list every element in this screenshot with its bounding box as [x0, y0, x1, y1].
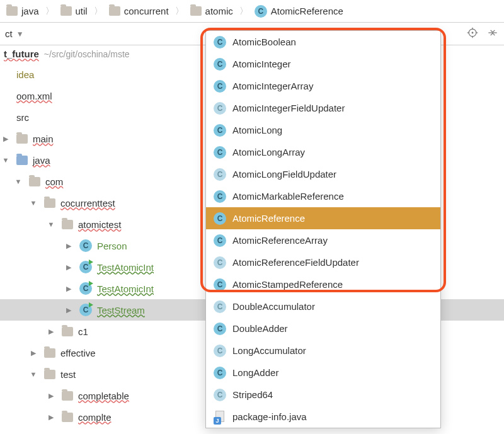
breadcrumb-label: util [76, 6, 88, 16]
class-icon: C [214, 58, 226, 71]
breadcrumb-label: AtomicReference [271, 6, 343, 16]
expand-arrow-icon[interactable] [45, 413, 57, 421]
expand-arrow-icon[interactable] [63, 242, 74, 250]
class-icon: C [255, 5, 267, 18]
dropdown-item-label: AtomicReference [232, 213, 305, 224]
dropdown-item[interactable]: CAtomicMarkableReference [206, 185, 440, 207]
class-icon: C [214, 124, 226, 137]
folder-icon [62, 220, 73, 229]
dropdown-item-label: DoubleAdder [232, 323, 288, 334]
dropdown-item[interactable]: CDoubleAccumulator [206, 295, 440, 317]
svg-point-5 [472, 32, 473, 33]
tree-label: atomictest [78, 219, 121, 230]
tree-label: oom.xml [16, 91, 52, 101]
tree-label: cocurrenttest [60, 198, 115, 208]
folder-icon [44, 198, 55, 208]
dropdown-item-label: AtomicLongFieldUpdater [232, 169, 336, 180]
dropdown-item-label: package-info.java [232, 411, 307, 422]
tree-label: completable [78, 391, 129, 401]
tree-label: c1 [78, 326, 88, 337]
folder-icon [109, 6, 120, 16]
collapse-arrow-icon[interactable] [28, 370, 39, 378]
dropdown-item-label: DoubleAccumulator [232, 301, 315, 312]
tree-label: Person [97, 241, 127, 251]
folder-icon [62, 327, 73, 336]
expand-arrow-icon[interactable] [63, 285, 74, 293]
dropdown-item-label: AtomicLongArray [232, 147, 305, 157]
folder-icon [6, 6, 18, 16]
dropdown-item[interactable]: Jpackage-info.java [206, 406, 440, 428]
tree-label: TestStream [97, 305, 145, 316]
locate-icon[interactable] [466, 26, 479, 41]
chevron-right-icon: 〉 [93, 6, 104, 17]
collapse-arrow-icon[interactable] [13, 178, 24, 185]
dropdown-item[interactable]: CAtomicIntegerArray [206, 75, 440, 97]
dropdown-item[interactable]: CAtomicReference [206, 207, 440, 229]
collapse-arrow-icon[interactable] [0, 156, 11, 164]
dropdown-item[interactable]: CAtomicLong [206, 119, 440, 141]
tree-label: java [33, 155, 50, 166]
dropdown-item[interactable]: CAtomicIntegerFieldUpdater [206, 97, 440, 119]
view-selector-label: ct [5, 28, 13, 39]
dropdown-item-label: Striped64 [232, 389, 273, 400]
dropdown-item-label: LongAccumulator [232, 345, 306, 356]
expand-arrow-icon[interactable] [63, 306, 74, 314]
folder-icon [16, 156, 28, 165]
project-root-name: t_future [4, 49, 39, 59]
breadcrumb-item-java[interactable]: java [3, 4, 43, 18]
folder-icon [44, 370, 55, 379]
folder-icon [60, 6, 72, 16]
dropdown-item[interactable]: CAtomicInteger [206, 53, 440, 75]
breadcrumb-item-class[interactable]: C AtomicReference [251, 4, 347, 19]
breadcrumb-item-atomic[interactable]: atomic [186, 4, 237, 18]
folder-icon [62, 391, 73, 401]
dropdown-item[interactable]: CAtomicReferenceArray [206, 229, 440, 251]
dropdown-item[interactable]: CStriped64 [206, 384, 440, 406]
dropdown-item[interactable]: CAtomicLongArray [206, 141, 440, 163]
folder-icon [16, 134, 28, 144]
chevron-right-icon: 〉 [238, 6, 249, 17]
breadcrumb-item-util[interactable]: util [57, 4, 91, 18]
tree-label: test [60, 369, 76, 380]
class-icon: C [79, 239, 92, 252]
breadcrumb: java 〉 util 〉 concurrent 〉 atomic 〉 C At… [0, 0, 504, 23]
dropdown-item[interactable]: CAtomicStampedReference [206, 273, 440, 295]
class-icon: C [214, 146, 226, 159]
expand-arrow-icon[interactable] [28, 349, 39, 357]
dropdown-item[interactable]: CLongAccumulator [206, 340, 440, 362]
dropdown-item[interactable]: CAtomicReferenceFieldUpdater [206, 251, 440, 273]
dropdown-item[interactable]: CAtomicLongFieldUpdater [206, 163, 440, 185]
collapse-arrow-icon[interactable] [28, 199, 39, 207]
expand-arrow-icon[interactable] [0, 135, 11, 143]
chevron-right-icon: 〉 [44, 6, 55, 17]
tree-label: TestAtomicInt [97, 283, 154, 294]
dropdown-item-label: AtomicReferenceArray [232, 235, 328, 246]
dropdown-item[interactable]: CDoubleAdder [206, 317, 440, 340]
expand-arrow-icon[interactable] [45, 328, 57, 336]
breadcrumb-label: java [21, 6, 39, 16]
view-selector[interactable]: ct ▼ [5, 28, 24, 39]
dropdown-item[interactable]: CLongAdder [206, 362, 440, 384]
class-icon: C [214, 36, 226, 49]
breadcrumb-label: concurrent [124, 6, 169, 16]
class-icon: C [214, 345, 226, 357]
dropdown-item[interactable]: CAtomicBoolean [206, 31, 440, 53]
breadcrumb-item-concurrent[interactable]: concurrent [105, 4, 173, 18]
project-root-path: ~/src/git/oschina/mste [44, 49, 130, 59]
class-icon: C [214, 190, 226, 203]
collapse-arrow-icon[interactable] [45, 220, 57, 228]
collapse-all-icon[interactable] [486, 26, 499, 41]
dropdown-item-label: AtomicBoolean [232, 37, 296, 47]
expand-arrow-icon[interactable] [45, 392, 57, 400]
java-file-icon: J [214, 411, 226, 423]
class-icon: C [214, 234, 226, 247]
dropdown-item-label: AtomicIntegerArray [232, 81, 313, 91]
dropdown-item-label: LongAdder [232, 367, 278, 378]
class-icon: C [214, 80, 226, 93]
class-runnable-icon: C [79, 304, 92, 316]
tree-label: src [16, 112, 29, 123]
tree-label: main [33, 134, 54, 144]
tree-label: TestAtomicInt [97, 262, 154, 273]
dropdown-item-label: AtomicIntegerFieldUpdater [232, 103, 345, 113]
expand-arrow-icon[interactable] [63, 263, 74, 271]
